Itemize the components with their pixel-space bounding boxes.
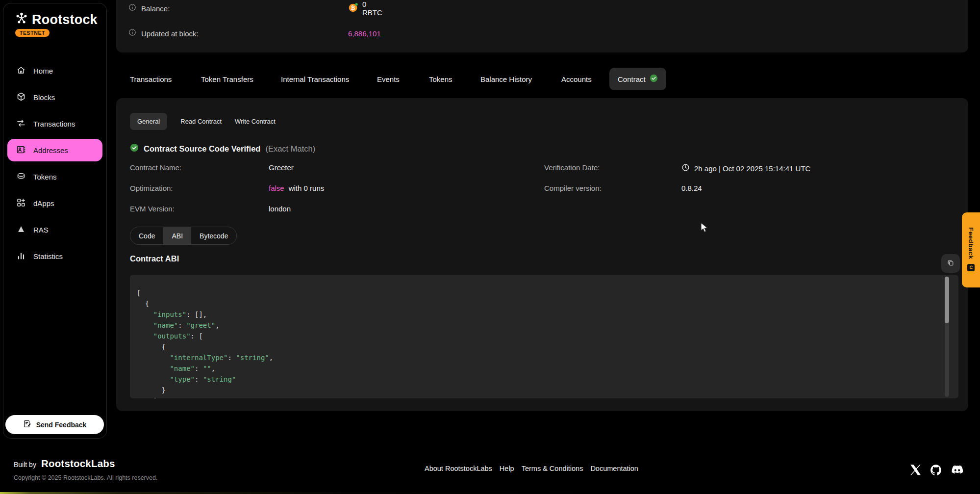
footer-links: About RootstockLabs Help Terms & Conditi…	[425, 465, 638, 472]
contract-subtabs: General Read Contract Write Contract	[130, 113, 276, 130]
discord-icon[interactable]	[951, 463, 964, 476]
bar-chart-icon	[16, 251, 26, 262]
verified-suffix: (Exact Match)	[265, 144, 315, 154]
rootstock-flower-icon	[14, 11, 29, 28]
updated-block-label: Updated at block:	[141, 29, 199, 38]
copy-icon	[947, 259, 955, 268]
verified-banner: Contract Source Code Verified (Exact Mat…	[130, 143, 315, 154]
subtab-write-contract[interactable]: Write Contract	[235, 113, 276, 130]
testnet-badge: TESTNET	[15, 29, 50, 37]
sidebar-item-label: RAS	[33, 226, 49, 234]
verification-date-value: 2h ago | Oct 02 2025 15:14:41 UTC	[681, 163, 810, 173]
info-icon[interactable]	[128, 3, 136, 13]
sidebar: Rootstock TESTNET Home Blocks Transactio…	[3, 3, 107, 439]
sidebar-item-label: Tokens	[33, 173, 57, 181]
tab-balance-history[interactable]: Balance History	[480, 68, 532, 90]
verified-check-icon	[130, 143, 139, 154]
svg-text:₿: ₿	[351, 5, 355, 11]
code-tab-code[interactable]: Code	[130, 227, 163, 244]
tab-internal-transactions[interactable]: Internal Transactions	[281, 68, 349, 90]
feedback-chat-icon	[967, 264, 975, 273]
subtab-general[interactable]: General	[130, 113, 167, 130]
sidebar-item-blocks[interactable]: Blocks	[7, 86, 102, 108]
send-feedback-label: Send Feedback	[36, 421, 87, 429]
address-tabs: Transactions Token Transfers Internal Tr…	[116, 68, 968, 90]
contract-panel: General Read Contract Write Contract Con…	[116, 98, 968, 411]
address-summary-card: Balance: ₿ 0 RBTC Updated at block: 6,88…	[116, 0, 968, 52]
sidebar-item-transactions[interactable]: Transactions	[7, 112, 102, 135]
rbtc-coin-icon: ₿	[348, 2, 358, 14]
code-scrollbar-track[interactable]	[945, 276, 949, 397]
footer-link-about[interactable]: About RootstockLabs	[425, 465, 492, 472]
brand-name: Rootstock	[32, 12, 98, 27]
verified-title: Contract Source Code Verified	[144, 144, 260, 154]
feedback-tab-label: Feedback	[967, 227, 975, 259]
abi-heading: Contract ABI	[130, 254, 179, 263]
balance-row: Balance: ₿ 0 RBTC	[128, 1, 170, 15]
code-tab-bytecode[interactable]: Bytecode	[191, 227, 236, 244]
built-by-label: Built by	[14, 461, 36, 468]
send-feedback-button[interactable]: Send Feedback	[5, 415, 104, 434]
contract-name-label: Contract Name:	[130, 163, 181, 172]
info-icon[interactable]	[128, 28, 136, 38]
tab-transactions[interactable]: Transactions	[130, 68, 172, 90]
tab-token-transfers[interactable]: Token Transfers	[201, 68, 253, 90]
balance-value: ₿ 0 RBTC	[348, 0, 382, 17]
optimization-label: Optimization:	[130, 184, 173, 192]
abi-code-block[interactable]: [ { "inputs": [], "name": "greet", "outp…	[130, 275, 958, 398]
social-links	[910, 463, 964, 476]
sidebar-item-ras[interactable]: RAS	[7, 218, 102, 241]
coin-icon	[16, 171, 26, 182]
edit-document-icon	[23, 419, 32, 430]
sidebar-item-label: dApps	[33, 199, 54, 208]
transfer-arrows-icon	[16, 118, 26, 130]
contract-name-value: Greeter	[269, 163, 294, 172]
sidebar-item-label: Statistics	[33, 252, 63, 260]
cube-icon	[16, 92, 26, 103]
tab-tokens[interactable]: Tokens	[429, 68, 452, 90]
subtab-read-contract[interactable]: Read Contract	[180, 113, 222, 130]
rootstocklabs-wordmark[interactable]: RootstockLabs	[41, 458, 115, 469]
sidebar-item-home[interactable]: Home	[7, 59, 102, 82]
brand-logo[interactable]: Rootstock	[14, 11, 98, 28]
clock-icon	[681, 163, 690, 173]
tab-contract[interactable]: Contract	[609, 68, 666, 90]
footer-link-documentation[interactable]: Documentation	[590, 465, 638, 472]
balance-label: Balance:	[141, 4, 170, 13]
x-twitter-icon[interactable]	[910, 464, 921, 475]
triangle-icon	[16, 224, 26, 235]
sidebar-item-addresses[interactable]: Addresses	[7, 139, 102, 161]
footer: Built by RootstockLabs Copyright © 2025 …	[0, 440, 980, 494]
code-tab-abi[interactable]: ABI	[163, 227, 191, 244]
sidebar-item-statistics[interactable]: Statistics	[7, 245, 102, 267]
feedback-edge-tab[interactable]: Feedback	[962, 212, 980, 287]
copy-abi-button[interactable]	[941, 254, 960, 273]
verification-date-label: Verification Date:	[544, 163, 600, 172]
home-icon	[16, 65, 26, 77]
copyright-text: Copyright © 2025 RootstockLabs. All righ…	[14, 474, 157, 481]
sidebar-item-label: Transactions	[33, 120, 75, 128]
updated-block-value[interactable]: 6,886,101	[348, 29, 381, 38]
compiler-version-label: Compiler version:	[544, 184, 602, 192]
apps-grid-plus-icon	[16, 198, 26, 209]
tab-events[interactable]: Events	[377, 68, 400, 90]
sidebar-item-label: Blocks	[33, 93, 55, 102]
sidebar-item-label: Home	[33, 67, 53, 75]
footer-link-help[interactable]: Help	[500, 465, 514, 472]
sidebar-item-label: Addresses	[33, 146, 68, 155]
optimization-value: false with 0 runs	[269, 184, 324, 192]
compiler-version-value: 0.8.24	[681, 184, 702, 192]
github-icon[interactable]	[930, 464, 942, 476]
tab-accounts[interactable]: Accounts	[561, 68, 592, 90]
code-view-switcher: Code ABI Bytecode	[130, 227, 237, 245]
evm-version-value: london	[269, 205, 291, 213]
updated-block-row: Updated at block: 6,886,101	[128, 26, 199, 40]
footer-gradient-bar	[0, 492, 980, 494]
contact-card-icon	[16, 145, 26, 156]
sidebar-item-dapps[interactable]: dApps	[7, 192, 102, 214]
code-scrollbar-thumb[interactable]	[945, 277, 949, 323]
evm-version-label: EVM Version:	[130, 205, 175, 213]
verified-check-icon	[650, 74, 658, 84]
sidebar-item-tokens[interactable]: Tokens	[7, 165, 102, 188]
footer-link-terms[interactable]: Terms & Conditions	[522, 465, 583, 472]
